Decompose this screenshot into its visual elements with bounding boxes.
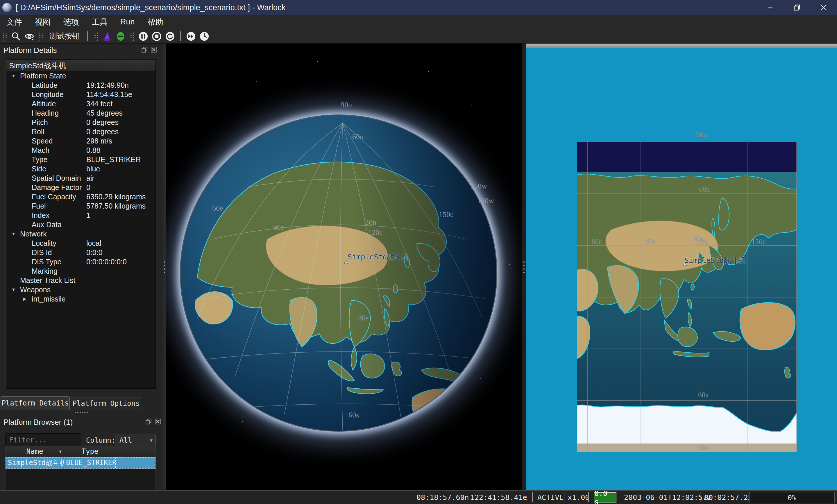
tree-row[interactable]: Speed 298 m/s (6, 137, 156, 146)
wizard-button[interactable] (101, 30, 114, 43)
fast-forward-button[interactable] (184, 30, 198, 43)
column-divider[interactable] (84, 60, 84, 71)
zoom-button[interactable] (9, 30, 23, 43)
graticule-label: 150e (751, 238, 766, 246)
toolbar-drag-handle[interactable] (93, 31, 98, 41)
remove-button[interactable] (114, 30, 127, 43)
menu-item[interactable]: 帮助 (141, 15, 170, 29)
tree-row[interactable]: Locality local (6, 239, 156, 248)
tree-row[interactable]: Longitude 114:54:43.15e (6, 90, 156, 100)
tab-platform-options[interactable]: Platform Options (71, 397, 141, 410)
graticule-label: 150w (470, 182, 487, 191)
expander-icon[interactable]: ▼ (11, 231, 16, 236)
tree-row[interactable]: Mach 0.88 (6, 146, 156, 156)
tree-label: Latitude (32, 81, 57, 89)
tree-row[interactable]: Spatial Domain air (6, 174, 156, 183)
tree-row[interactable]: Type BLUE_STRIKER (6, 156, 156, 165)
tree-label: int_missile (32, 295, 66, 303)
minimize-button[interactable] (757, 0, 784, 15)
graticule-label: 90s (698, 444, 708, 452)
platform-label[interactable]: SimpleStd战斗机 (684, 256, 745, 265)
expander-icon[interactable]: ▶ (23, 296, 26, 302)
tree-row[interactable]: DIS Type 0:0:0:0:0:0:0 (6, 258, 156, 267)
app-icon (2, 3, 12, 12)
map-2d-graphic (577, 142, 797, 452)
expander-icon[interactable]: ▼ (11, 73, 16, 78)
restore-button[interactable] (784, 0, 810, 15)
filter-input[interactable] (5, 433, 82, 447)
clock-button[interactable] (198, 30, 211, 43)
tree-row[interactable]: Master Track List (6, 276, 156, 286)
map-panel-handle[interactable] (526, 43, 837, 48)
tree-row[interactable]: Pitch 0 degrees (6, 118, 156, 127)
tree-row[interactable]: DIS Id 0:0:0 (6, 248, 156, 258)
tab-platform-details[interactable]: Platform Details (1, 396, 70, 410)
map-2d-view[interactable]: 90n60n60e90e30n120e150e60s90s SimpleStd战… (526, 43, 837, 490)
globe-3d-view[interactable]: 90n60n60e90e30n120e150e150w180w30s60s Si… (166, 43, 522, 490)
graticule-label: 60n (352, 132, 363, 141)
platform-label[interactable]: SimpleStd战斗机 (348, 252, 409, 262)
menu-item[interactable]: 文件 (0, 15, 29, 29)
toolbar-drag-handle[interactable] (130, 31, 134, 41)
close-panel-button[interactable] (150, 47, 157, 53)
visibility-button[interactable] (23, 30, 36, 43)
tree-row[interactable]: Damage Factor 0 (6, 183, 156, 193)
tree-value: 0:0:0 (86, 248, 103, 257)
map-2d-image[interactable] (577, 142, 797, 452)
toolbar: 测试按钮 (0, 29, 837, 43)
toolbar-separator (87, 31, 88, 41)
table-header-blank[interactable] (116, 446, 155, 457)
menu-item[interactable]: 工具 (86, 15, 114, 29)
tree-row[interactable]: Heading 45 degrees (6, 109, 156, 118)
toolbar-drag-handle[interactable] (2, 31, 7, 41)
column-dropdown[interactable]: All ▼ (115, 434, 156, 447)
restore-icon (793, 4, 801, 11)
table-header-name[interactable]: Name ▼ (5, 446, 64, 457)
menu-item[interactable]: 选项 (57, 15, 86, 29)
splitter-right[interactable] (522, 43, 526, 490)
menu-item[interactable]: 视图 (29, 15, 57, 29)
tree-header[interactable]: SimpleStd战斗机 (6, 59, 156, 71)
test-button[interactable]: 测试按钮 (45, 31, 84, 41)
float-panel-button[interactable] (141, 47, 148, 53)
tree-row[interactable]: Roll 0 degrees (6, 127, 156, 137)
tree-row[interactable]: Aux Data (6, 220, 156, 230)
tree-label: Locality (32, 239, 56, 248)
tree-row[interactable]: ▼ Weapons (6, 286, 156, 295)
tree-row[interactable]: ▶ int_missile (6, 295, 156, 304)
tree-row[interactable]: Altitude 344 feet (6, 100, 156, 109)
tree-label: Platform State (20, 72, 66, 80)
tree-row[interactable]: Side blue (6, 165, 156, 174)
close-panel-button[interactable] (155, 418, 161, 425)
float-panel-button[interactable] (145, 418, 152, 425)
tree-row[interactable]: Fuel Capacity 6350.29 kilograms (6, 193, 156, 202)
stop-button[interactable] (150, 30, 163, 43)
earth-globe[interactable] (180, 114, 497, 432)
dock-resize-handle[interactable] (74, 411, 89, 414)
expander-icon[interactable]: ▼ (11, 287, 16, 292)
tree-row[interactable]: Fuel 5787.50 kilograms (6, 202, 156, 211)
platform-browser-title: Platform Browser (1) (3, 418, 73, 427)
tree-row[interactable]: Index 1 (6, 211, 156, 220)
tree-label: DIS Id (32, 248, 52, 257)
pause-button[interactable] (137, 30, 150, 43)
graticule-label: 90e (273, 223, 284, 232)
earth-globe-graphic (180, 114, 497, 432)
tree-row[interactable]: Marking (6, 267, 156, 276)
graticule-label: 60n (699, 185, 710, 194)
table-header-type[interactable]: Type (64, 446, 116, 457)
restart-button[interactable] (163, 30, 177, 43)
title-bar: [ D:/AFSim/HSimSys/demos/simple_scenario… (0, 0, 837, 15)
tree-row[interactable]: ▼ Network (6, 230, 156, 239)
tree-row[interactable]: Latitude 19:12:49.90n (6, 81, 156, 90)
splitter-left[interactable] (163, 43, 166, 490)
close-button[interactable] (810, 0, 837, 15)
status-separator (532, 492, 533, 502)
tree-label: Network (20, 230, 47, 238)
table-row-selected[interactable]: SimpleStd战斗机 BLUE_STRIKER (5, 457, 156, 469)
status-separator (588, 492, 589, 502)
menu-item[interactable]: Run (114, 15, 141, 29)
tree-label: Altitude (32, 100, 56, 108)
toolbar-drag-handle[interactable] (38, 31, 43, 41)
tree-row[interactable]: ▼ Platform State (6, 72, 156, 81)
